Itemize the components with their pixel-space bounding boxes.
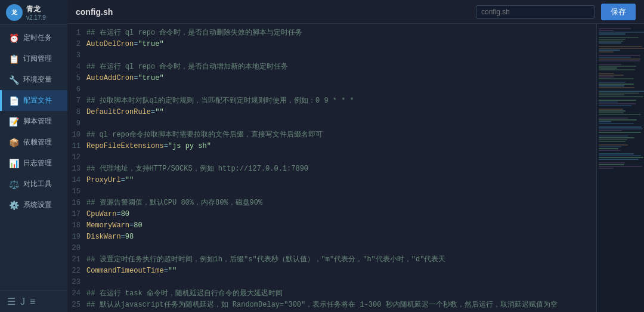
save-button[interactable]: 保存 xyxy=(601,4,636,20)
minimap-line xyxy=(599,87,634,88)
sidebar-item-label: 对比工具 xyxy=(23,179,52,189)
minimap-line xyxy=(599,46,642,47)
minimap-line xyxy=(599,143,642,144)
line-number: 23 xyxy=(67,277,86,288)
minimap-line xyxy=(599,48,644,49)
minimap-line xyxy=(599,85,624,87)
sidebar-item-system-settings[interactable]: ⚙️系统设置 xyxy=(0,194,67,215)
sidebar-item-config-files[interactable]: 📄配置文件 xyxy=(0,90,67,111)
minimap-line xyxy=(599,51,614,52)
sidebar-header: 龙 青龙 v2.17.9 xyxy=(0,0,67,25)
code-editor[interactable]: 1## 在运行 ql repo 命令时，是否自动删除失效的脚本与定时任务2Aut… xyxy=(67,24,596,312)
sidebar-item-log-mgmt[interactable]: 📊日志管理 xyxy=(0,153,67,174)
minimap xyxy=(596,24,644,312)
editor-line: 12 xyxy=(67,152,596,163)
sidebar-item-label: 系统设置 xyxy=(23,200,52,210)
line-content: ## ql repo命令拉取脚本时需要拉取的文件后缀，直接写文件后缀名即可 xyxy=(86,129,323,141)
sidebar-item-env-vars[interactable]: 🔧环境变量 xyxy=(0,69,67,90)
minimap-line xyxy=(599,125,626,126)
minimap-line xyxy=(599,132,641,133)
minimap-line xyxy=(599,155,641,156)
line-content: ProxyUrl="" xyxy=(86,175,134,186)
minimap-line xyxy=(599,139,627,140)
line-number: 25 xyxy=(67,299,86,311)
sidebar-item-script-mgmt[interactable]: 📝脚本管理 xyxy=(0,111,67,132)
minimap-line xyxy=(599,123,634,124)
search-box[interactable] xyxy=(476,5,595,18)
topbar: config.sh 保存 xyxy=(67,0,644,24)
minimap-line xyxy=(599,84,634,85)
editor-line: 25## 默认从javascript任务为随机延迟，如 RandomDelay=… xyxy=(67,299,596,311)
sidebar-navigation: ⏰定时任务📋订阅管理🔧环境变量📄配置文件📝脚本管理📦依赖管理📊日志管理⚖️对比工… xyxy=(0,25,67,291)
sidebar-item-label: 日志管理 xyxy=(23,158,52,168)
minimap-line xyxy=(599,159,639,160)
sidebar-item-subscription[interactable]: 📋订阅管理 xyxy=(0,48,67,69)
dependencies-icon: 📦 xyxy=(9,138,18,147)
line-number: 9 xyxy=(67,118,86,129)
sidebar-item-diff-tools[interactable]: ⚖️对比工具 xyxy=(0,174,67,194)
line-number: 5 xyxy=(67,73,86,84)
minimap-line xyxy=(599,30,614,31)
minimap-line xyxy=(599,76,614,78)
minimap-line xyxy=(599,58,640,60)
editor-line: 22CommandTimeoutTime="" xyxy=(67,265,596,277)
minimap-line xyxy=(599,130,622,131)
minimap-line xyxy=(599,126,642,128)
editor-line: 8DefaultCronRule="" xyxy=(67,107,596,118)
minimap-line xyxy=(599,80,611,81)
minimap-line xyxy=(599,44,612,45)
minimap-line xyxy=(599,141,626,142)
search-input[interactable] xyxy=(481,8,571,16)
minimap-line xyxy=(599,89,628,90)
minimap-line xyxy=(599,35,633,36)
line-content: ## 设置定时任务执行的超时时间，例如1h，后缀"s"代表秒（默认值），"m"代… xyxy=(86,254,445,265)
minimap-line xyxy=(599,73,614,74)
minimap-line xyxy=(599,26,611,27)
minimap-line xyxy=(599,91,644,92)
line-content: ## 拉取脚本时对队ql的定时规则，当匹配不到定时规则时使用，例如：0 9 * … xyxy=(86,95,354,107)
sidebar-item-dependencies[interactable]: 📦依赖管理 xyxy=(0,132,67,153)
minimap-line xyxy=(599,146,621,147)
minimap-line xyxy=(599,105,631,106)
minimap-line xyxy=(599,64,621,65)
minimap-line xyxy=(599,114,641,115)
menu-icon[interactable]: ☰ xyxy=(7,296,16,307)
line-number: 1 xyxy=(67,27,86,39)
user-icon[interactable]: J xyxy=(20,296,25,307)
minimap-line xyxy=(599,157,643,158)
minimap-line xyxy=(599,28,631,29)
app-version: v2.17.9 xyxy=(26,14,46,21)
minimap-line xyxy=(599,55,640,56)
minimap-line xyxy=(599,41,623,42)
sidebar-item-label: 环境变量 xyxy=(23,75,52,85)
editor-line: 7## 拉取脚本时对队ql的定时规则，当匹配不到定时规则时使用，例如：0 9 *… xyxy=(67,95,596,107)
line-content: ## 在运行 task 命令时，随机延迟自行命令的最大延迟时间 xyxy=(86,288,283,299)
editor-line: 5AutoAddCron="true" xyxy=(67,73,596,84)
config-files-icon: 📄 xyxy=(9,96,18,106)
script-mgmt-icon: 📝 xyxy=(9,117,18,126)
system-settings-icon: ⚙️ xyxy=(9,200,18,210)
minimap-line xyxy=(599,50,620,51)
editor-line: 23 xyxy=(67,277,596,288)
line-content: CommandTimeoutTime="" xyxy=(86,265,177,277)
minimap-line xyxy=(599,103,636,104)
line-number: 11 xyxy=(67,141,86,152)
minimap-line xyxy=(599,42,621,44)
file-title: config.sh xyxy=(76,7,470,17)
minimap-line xyxy=(599,119,637,121)
minimap-line xyxy=(599,67,617,69)
list-icon[interactable]: ≡ xyxy=(30,296,35,307)
minimap-line xyxy=(599,37,639,38)
sidebar-item-label: 定时任务 xyxy=(23,33,52,43)
line-number: 2 xyxy=(67,39,86,50)
minimap-line xyxy=(599,152,612,153)
minimap-line xyxy=(599,107,642,108)
line-number: 17 xyxy=(67,209,86,220)
editor-line: 20 xyxy=(67,243,596,254)
minimap-line xyxy=(599,39,626,40)
editor-line: 3 xyxy=(67,50,596,61)
sidebar-item-scheduled-tasks[interactable]: ⏰定时任务 xyxy=(0,27,67,48)
diff-tools-icon: ⚖️ xyxy=(9,180,18,189)
sidebar-item-label: 订阅管理 xyxy=(23,54,52,64)
main-content: config.sh 保存 1## 在运行 ql repo 命令时，是否自动删除失… xyxy=(67,0,644,312)
